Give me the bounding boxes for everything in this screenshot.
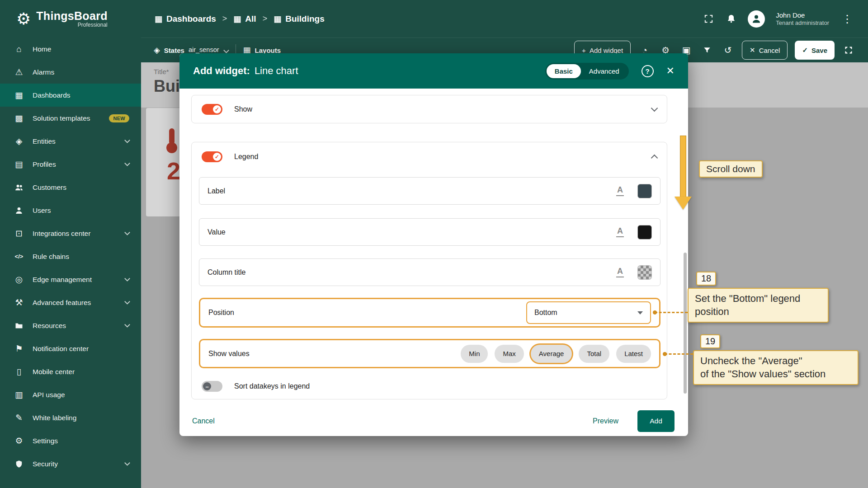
states-icon: ◈ [154, 45, 160, 55]
chip-min[interactable]: Min [461, 345, 488, 363]
font-settings-icon[interactable]: A [616, 227, 624, 237]
modal-scrollbar[interactable] [684, 253, 687, 394]
chip-total[interactable]: Total [579, 345, 609, 363]
sidebar-item-label: Solution templates [33, 114, 90, 122]
chevron-up-icon[interactable] [651, 155, 658, 162]
rule-chains-icon: </> [14, 253, 24, 260]
column-title-color-swatch[interactable] [637, 265, 652, 280]
save-button[interactable]: ✓ Save [795, 41, 835, 60]
chevron-down-icon[interactable] [651, 104, 658, 112]
add-widget-label: Add widget [590, 47, 623, 54]
legend-value-settings-row: Value A [199, 218, 660, 246]
chip-average[interactable]: Average [531, 345, 572, 363]
step-19-badge: 19 [700, 334, 720, 348]
legend-toggle[interactable]: ✓ [202, 151, 222, 162]
fullscreen-icon[interactable] [703, 13, 714, 25]
position-dropdown[interactable]: Bottom [526, 301, 651, 324]
dialog-cancel-button[interactable]: Cancel [192, 417, 215, 425]
sidebar-item-rule-chains[interactable]: </> Rule chains [0, 245, 141, 268]
sidebar-item-resources[interactable]: Resources [0, 314, 141, 337]
sidebar-item-security[interactable]: Security [0, 452, 141, 475]
scroll-down-arrow-head [675, 197, 692, 210]
step-18-connector-line [655, 312, 688, 313]
brand-edition: Professional [36, 22, 107, 28]
tab-advanced[interactable]: Advanced [581, 64, 627, 78]
mobile-icon: ▯ [14, 366, 24, 377]
sidebar-item-customers[interactable]: Customers [0, 176, 141, 199]
sidebar-item-notification-center[interactable]: ⚑ Notification center [0, 337, 141, 360]
value-color-swatch[interactable] [637, 225, 652, 239]
white-labeling-icon: ✎ [14, 413, 24, 423]
add-button[interactable]: Add [637, 410, 675, 432]
step-19-callout: Uncheck the "Average" of the "Show value… [693, 350, 859, 385]
sidebar-item-label: Customers [33, 183, 66, 192]
chevron-down-icon [124, 137, 130, 143]
check-icon: ✓ [802, 46, 808, 54]
sidebar-item-dashboards[interactable]: ▦ Dashboards [0, 84, 141, 107]
cancel-label: Cancel [759, 47, 780, 54]
sidebar-item-integrations-center[interactable]: ⊡ Integrations center [0, 222, 141, 245]
save-label: Save [811, 47, 827, 54]
sidebar-item-mobile-center[interactable]: ▯ Mobile center [0, 360, 141, 383]
avatar[interactable] [748, 10, 765, 28]
breadcrumb-buildings[interactable]: ▦ Buildings [274, 14, 325, 24]
chevron-down-icon [124, 276, 130, 282]
help-icon[interactable]: ? [642, 65, 654, 77]
dashboard-title-value: Bui [154, 77, 180, 96]
sidebar-item-advanced-features[interactable]: ⚒ Advanced features [0, 291, 141, 314]
legend-header-row: ✓ Legend [192, 142, 667, 171]
chip-latest[interactable]: Latest [616, 345, 651, 363]
new-badge: NEW [109, 114, 129, 122]
show-values-chips: Min Max Average Total Latest [461, 345, 651, 363]
tab-basic[interactable]: Basic [547, 64, 581, 78]
font-settings-icon[interactable]: A [616, 267, 624, 277]
sidebar-item-white-labeling[interactable]: ✎ White labeling [0, 406, 141, 429]
show-toggle[interactable]: ✓ [202, 104, 222, 115]
resources-folder-icon [14, 321, 24, 330]
preview-button[interactable]: Preview [593, 417, 618, 425]
sidebar-item-users[interactable]: Users [0, 199, 141, 222]
legend-column-title-row: Column title A [199, 258, 660, 286]
font-settings-icon[interactable]: A [616, 186, 624, 196]
sidebar-item-label: Settings [33, 437, 58, 445]
sidebar-item-solution-templates[interactable]: ▩ Solution templates NEW [0, 107, 141, 130]
breadcrumb-separator: > [222, 14, 227, 23]
label-color-swatch[interactable] [637, 184, 652, 198]
brand-name: ThingsBoard [36, 9, 107, 23]
sidebar-item-entities[interactable]: ◈ Entities [0, 130, 141, 153]
brand-logo[interactable]: ⚙ ThingsBoard Professional [0, 0, 141, 38]
user-role: Tenant administrator [776, 19, 829, 27]
version-history-icon[interactable]: ↺ [721, 45, 735, 56]
dialog-header: Add widget: Line chart Basic Advanced ? … [179, 53, 688, 89]
sidebar-item-alarms[interactable]: ⚠ Alarms [0, 61, 141, 84]
user-menu[interactable]: John Doe Tenant administrator [776, 11, 829, 27]
sort-datakeys-toggle[interactable]: – [202, 381, 222, 392]
scroll-down-arrow [680, 136, 686, 197]
chip-max[interactable]: Max [495, 345, 524, 363]
legend-position-row-highlighted: Position Bottom [199, 298, 660, 328]
fullscreen-icon[interactable] [842, 46, 855, 55]
filter-funnel-icon[interactable] [700, 46, 714, 55]
dialog-title-prefix: Add widget: [193, 65, 250, 77]
sidebar-item-profiles[interactable]: ▤ Profiles [0, 153, 141, 176]
user-icon [14, 206, 24, 215]
sidebar-item-home[interactable]: ⌂ Home [0, 38, 141, 61]
breadcrumb-dashboards[interactable]: ▦ Dashboards [155, 14, 216, 24]
sidebar-item-api-usage[interactable]: ▥ API usage [0, 383, 141, 406]
sidebar-item-settings[interactable]: ⚙ Settings [0, 429, 141, 452]
close-icon[interactable]: ✕ [666, 65, 675, 77]
close-icon: ✕ [750, 46, 755, 54]
show-values-label: Show values [208, 350, 250, 358]
step-18-badge: 18 [696, 272, 716, 286]
temperature-value: 2 [167, 157, 180, 185]
thingsboard-logo-icon: ⚙ [16, 11, 31, 27]
kebab-menu-icon[interactable]: ⋮ [840, 13, 854, 25]
legend-label: Legend [234, 153, 258, 161]
breadcrumb-all[interactable]: ▦ All [233, 14, 256, 24]
sidebar-item-label: Mobile center [33, 368, 75, 376]
dashboards-icon: ▦ [274, 14, 281, 24]
notifications-bell-icon[interactable] [725, 13, 737, 25]
cancel-edit-button[interactable]: ✕ Cancel [742, 41, 788, 60]
sidebar-item-edge-management[interactable]: ◎ Edge management [0, 268, 141, 291]
dialog-body: ✓ Show ✓ Legend Label A [179, 89, 688, 436]
